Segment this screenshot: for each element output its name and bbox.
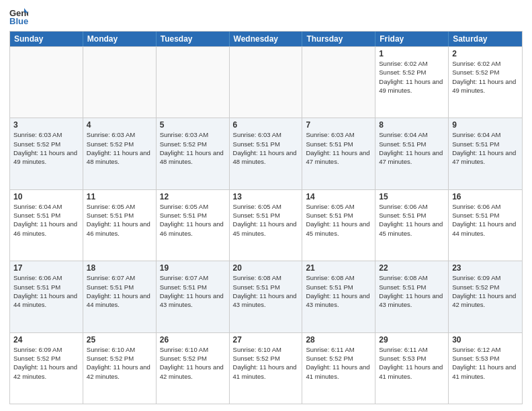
day-number: 11 [87, 192, 152, 201]
day-info: Sunrise: 6:08 AMSunset: 5:51 PMDaylight:… [379, 273, 445, 309]
cal-cell: 3Sunrise: 6:03 AMSunset: 5:52 PMDaylight… [10, 118, 83, 189]
day-info: Sunrise: 6:03 AMSunset: 5:52 PMDaylight:… [160, 130, 226, 166]
cal-cell: 4Sunrise: 6:03 AMSunset: 5:52 PMDaylight… [83, 118, 157, 189]
day-info: Sunrise: 6:09 AMSunset: 5:52 PMDaylight:… [452, 273, 519, 309]
day-info: Sunrise: 6:02 AMSunset: 5:52 PMDaylight:… [379, 59, 445, 95]
day-info: Sunrise: 6:03 AMSunset: 5:52 PMDaylight:… [13, 130, 79, 166]
cal-cell: 22Sunrise: 6:08 AMSunset: 5:51 PMDayligh… [375, 261, 449, 332]
day-info: Sunrise: 6:06 AMSunset: 5:51 PMDaylight:… [13, 273, 79, 309]
header: General Blue [9, 7, 523, 26]
cal-cell: 26Sunrise: 6:10 AMSunset: 5:52 PMDayligh… [157, 333, 230, 404]
day-info: Sunrise: 6:03 AMSunset: 5:52 PMDaylight:… [87, 130, 152, 166]
day-info: Sunrise: 6:07 AMSunset: 5:51 PMDaylight:… [87, 273, 152, 309]
day-info: Sunrise: 6:07 AMSunset: 5:51 PMDaylight:… [160, 273, 226, 309]
day-info: Sunrise: 6:10 AMSunset: 5:52 PMDaylight:… [160, 345, 226, 381]
day-number: 13 [233, 192, 299, 201]
cal-cell: 20Sunrise: 6:08 AMSunset: 5:51 PMDayligh… [230, 261, 303, 332]
day-info: Sunrise: 6:06 AMSunset: 5:51 PMDaylight:… [379, 202, 445, 238]
logo: General Blue [9, 7, 31, 26]
header-day-friday: Friday [375, 32, 449, 46]
day-number: 5 [160, 120, 226, 130]
week-row-3: 10Sunrise: 6:04 AMSunset: 5:51 PMDayligh… [10, 189, 522, 261]
day-number: 28 [306, 335, 371, 345]
logo-icon: General Blue [9, 7, 28, 26]
header-day-saturday: Saturday [449, 32, 522, 46]
day-info: Sunrise: 6:05 AMSunset: 5:51 PMDaylight:… [87, 202, 152, 238]
day-number: 2 [452, 49, 519, 58]
day-number: 14 [306, 192, 371, 201]
cal-cell: 24Sunrise: 6:09 AMSunset: 5:52 PMDayligh… [10, 333, 83, 404]
cal-cell: 7Sunrise: 6:03 AMSunset: 5:51 PMDaylight… [302, 118, 375, 189]
day-info: Sunrise: 6:05 AMSunset: 5:51 PMDaylight:… [233, 202, 299, 238]
day-number: 30 [452, 335, 519, 345]
cal-cell: 23Sunrise: 6:09 AMSunset: 5:52 PMDayligh… [449, 261, 522, 332]
week-row-2: 3Sunrise: 6:03 AMSunset: 5:52 PMDaylight… [10, 118, 522, 189]
week-row-1: 1Sunrise: 6:02 AMSunset: 5:52 PMDaylight… [10, 46, 522, 118]
day-info: Sunrise: 6:04 AMSunset: 5:51 PMDaylight:… [452, 130, 519, 166]
day-number: 17 [13, 263, 79, 273]
day-info: Sunrise: 6:05 AMSunset: 5:51 PMDaylight:… [306, 202, 371, 238]
day-number: 27 [233, 335, 299, 345]
cal-cell: 5Sunrise: 6:03 AMSunset: 5:52 PMDaylight… [157, 118, 230, 189]
cal-cell: 18Sunrise: 6:07 AMSunset: 5:51 PMDayligh… [83, 261, 157, 332]
cal-cell: 10Sunrise: 6:04 AMSunset: 5:51 PMDayligh… [10, 190, 83, 261]
day-number: 22 [379, 263, 445, 273]
day-number: 25 [87, 335, 152, 345]
cal-cell [157, 47, 230, 118]
day-info: Sunrise: 6:12 AMSunset: 5:53 PMDaylight:… [452, 345, 519, 381]
cal-cell: 14Sunrise: 6:05 AMSunset: 5:51 PMDayligh… [302, 190, 375, 261]
day-number: 15 [379, 192, 445, 201]
day-number: 18 [87, 263, 152, 273]
day-info: Sunrise: 6:09 AMSunset: 5:52 PMDaylight:… [13, 345, 79, 381]
day-info: Sunrise: 6:04 AMSunset: 5:51 PMDaylight:… [379, 130, 445, 166]
day-info: Sunrise: 6:08 AMSunset: 5:51 PMDaylight:… [233, 273, 299, 309]
cal-cell: 28Sunrise: 6:11 AMSunset: 5:52 PMDayligh… [302, 333, 375, 404]
day-number: 9 [452, 120, 519, 130]
day-number: 16 [452, 192, 519, 201]
cal-cell: 16Sunrise: 6:06 AMSunset: 5:51 PMDayligh… [449, 190, 522, 261]
week-row-4: 17Sunrise: 6:06 AMSunset: 5:51 PMDayligh… [10, 261, 522, 332]
cal-cell: 25Sunrise: 6:10 AMSunset: 5:52 PMDayligh… [83, 333, 157, 404]
cal-cell: 29Sunrise: 6:11 AMSunset: 5:53 PMDayligh… [375, 333, 449, 404]
day-number: 29 [379, 335, 445, 345]
cal-cell [302, 47, 375, 118]
day-number: 21 [306, 263, 371, 273]
cal-cell [10, 47, 83, 118]
cal-cell: 2Sunrise: 6:02 AMSunset: 5:52 PMDaylight… [449, 47, 522, 118]
cal-cell [230, 47, 303, 118]
calendar-header: SundayMondayTuesdayWednesdayThursdayFrid… [10, 32, 522, 46]
calendar: SundayMondayTuesdayWednesdayThursdayFrid… [9, 31, 523, 404]
day-info: Sunrise: 6:10 AMSunset: 5:52 PMDaylight:… [87, 345, 152, 381]
cal-cell: 13Sunrise: 6:05 AMSunset: 5:51 PMDayligh… [230, 190, 303, 261]
day-number: 24 [13, 335, 79, 345]
day-info: Sunrise: 6:03 AMSunset: 5:51 PMDaylight:… [306, 130, 371, 166]
day-number: 6 [233, 120, 299, 130]
day-number: 1 [379, 49, 445, 58]
day-info: Sunrise: 6:06 AMSunset: 5:51 PMDaylight:… [452, 202, 519, 238]
cal-cell: 15Sunrise: 6:06 AMSunset: 5:51 PMDayligh… [375, 190, 449, 261]
day-number: 3 [13, 120, 79, 130]
day-number: 10 [13, 192, 79, 201]
cal-cell: 6Sunrise: 6:03 AMSunset: 5:51 PMDaylight… [230, 118, 303, 189]
cal-cell: 11Sunrise: 6:05 AMSunset: 5:51 PMDayligh… [83, 190, 157, 261]
header-day-tuesday: Tuesday [157, 32, 230, 46]
cal-cell: 30Sunrise: 6:12 AMSunset: 5:53 PMDayligh… [449, 333, 522, 404]
calendar-body: 1Sunrise: 6:02 AMSunset: 5:52 PMDaylight… [10, 46, 522, 404]
day-number: 20 [233, 263, 299, 273]
header-day-thursday: Thursday [302, 32, 375, 46]
day-info: Sunrise: 6:05 AMSunset: 5:51 PMDaylight:… [160, 202, 226, 238]
day-info: Sunrise: 6:11 AMSunset: 5:52 PMDaylight:… [306, 345, 371, 381]
cal-cell: 17Sunrise: 6:06 AMSunset: 5:51 PMDayligh… [10, 261, 83, 332]
header-day-sunday: Sunday [10, 32, 83, 46]
week-row-5: 24Sunrise: 6:09 AMSunset: 5:52 PMDayligh… [10, 332, 522, 404]
day-info: Sunrise: 6:04 AMSunset: 5:51 PMDaylight:… [13, 202, 79, 238]
cal-cell: 21Sunrise: 6:08 AMSunset: 5:51 PMDayligh… [302, 261, 375, 332]
day-info: Sunrise: 6:03 AMSunset: 5:51 PMDaylight:… [233, 130, 299, 166]
day-number: 4 [87, 120, 152, 130]
day-info: Sunrise: 6:08 AMSunset: 5:51 PMDaylight:… [306, 273, 371, 309]
cal-cell: 27Sunrise: 6:10 AMSunset: 5:52 PMDayligh… [230, 333, 303, 404]
cal-cell [83, 47, 157, 118]
day-number: 23 [452, 263, 519, 273]
day-number: 7 [306, 120, 371, 130]
day-info: Sunrise: 6:11 AMSunset: 5:53 PMDaylight:… [379, 345, 445, 381]
